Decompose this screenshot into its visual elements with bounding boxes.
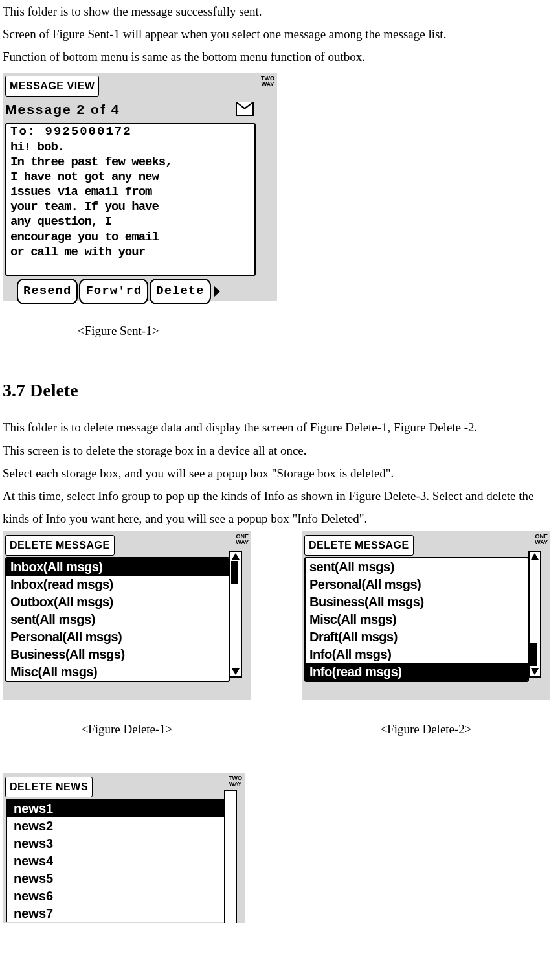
figure-delete-2: ONE WAY DELETE MESSAGE sent(All msgs)Per… bbox=[302, 531, 550, 700]
to-line: To: 9925000172 bbox=[10, 124, 251, 139]
message-counter: Message 2 of 4 bbox=[5, 97, 120, 122]
list-item[interactable]: Outbox(All msgs) bbox=[6, 593, 229, 611]
mode-indicator: ONE WAY bbox=[236, 534, 249, 545]
intro-p3: Function of bottom menu is same as the b… bbox=[3, 45, 557, 68]
delete-p2: This screen is to delete the storage box… bbox=[3, 439, 557, 462]
scroll-thumb[interactable] bbox=[225, 791, 236, 814]
list-item[interactable]: Draft(All msgs) bbox=[306, 628, 528, 646]
scrollbar[interactable] bbox=[528, 551, 541, 678]
caption-sent-1: <Figure Sent-1> bbox=[3, 319, 557, 342]
list-item[interactable]: news4 bbox=[7, 852, 224, 870]
mode-indicator: ONE WAY bbox=[535, 534, 548, 545]
screen-title: DELETE NEWS bbox=[5, 777, 93, 797]
caption-delete-2: <Figure Delete-2> bbox=[302, 718, 550, 740]
resend-button[interactable]: Resend bbox=[17, 279, 78, 304]
scrollbar[interactable] bbox=[229, 551, 242, 678]
list-item[interactable]: Business(All msgs) bbox=[6, 646, 229, 663]
delete-p1: This folder is to delete message data an… bbox=[3, 416, 557, 439]
list-item[interactable]: news7 bbox=[7, 905, 224, 922]
list-item[interactable]: Personal(All msgs) bbox=[306, 576, 528, 593]
list-item[interactable]: Inbox(All msgs) bbox=[6, 558, 229, 576]
mode-indicator: TWO WAY bbox=[229, 775, 242, 787]
delete-button[interactable]: Delete bbox=[150, 279, 210, 304]
envelope-icon bbox=[236, 102, 254, 116]
figure-sent-1: TWO WAY MESSAGE VIEW Message 2 of 4 To: … bbox=[3, 73, 277, 301]
list-item[interactable]: Business(All msgs) bbox=[306, 593, 528, 611]
scroll-down-icon[interactable] bbox=[531, 668, 539, 675]
forward-button[interactable]: Forw'rd bbox=[79, 279, 148, 304]
figure-delete-1: ONE WAY DELETE MESSAGE Inbox(All msgs)In… bbox=[3, 531, 251, 700]
scroll-thumb[interactable] bbox=[231, 561, 238, 584]
list-item[interactable]: Info(read msgs) bbox=[306, 663, 528, 681]
figure-delete-3: TWO WAY DELETE NEWS news1news2news3news4… bbox=[3, 773, 245, 923]
scrollbar[interactable] bbox=[224, 790, 237, 923]
list-item[interactable]: Personal(All msgs) bbox=[6, 628, 229, 646]
screen-title: DELETE MESSAGE bbox=[304, 535, 414, 556]
delete-p4: At this time, select Info group to pop u… bbox=[3, 485, 557, 530]
list-item[interactable]: news1 bbox=[7, 800, 224, 817]
list-item[interactable]: news2 bbox=[7, 817, 224, 835]
scroll-up-icon[interactable] bbox=[232, 553, 240, 560]
delete-p3: Select each storage box, and you will se… bbox=[3, 462, 557, 485]
list-item[interactable]: news5 bbox=[7, 870, 224, 887]
section-heading-3-7: 3.7 Delete bbox=[3, 374, 557, 407]
list-item[interactable]: Inbox(read msgs) bbox=[6, 576, 229, 593]
scroll-thumb[interactable] bbox=[530, 643, 537, 666]
list-item[interactable]: sent(All msgs) bbox=[6, 611, 229, 628]
list-item[interactable]: Misc(All msgs) bbox=[6, 663, 229, 681]
screen-title: DELETE MESSAGE bbox=[5, 535, 115, 556]
right-arrow-icon[interactable] bbox=[214, 286, 220, 297]
list-item[interactable]: news3 bbox=[7, 835, 224, 852]
message-body: To: 9925000172 hi! bob. In three past fe… bbox=[5, 123, 256, 276]
scroll-up-icon[interactable] bbox=[531, 553, 539, 560]
list-item[interactable]: sent(All msgs) bbox=[306, 558, 528, 576]
screen-title: MESSAGE VIEW bbox=[5, 76, 99, 97]
list-item[interactable]: Info(All msgs) bbox=[306, 646, 528, 663]
scroll-down-icon[interactable] bbox=[232, 668, 240, 675]
intro-p1: This folder is to show the message succe… bbox=[3, 0, 557, 23]
intro-p2: Screen of Figure Sent-1 will appear when… bbox=[3, 23, 557, 45]
caption-delete-1: <Figure Delete-1> bbox=[3, 718, 251, 740]
list-item[interactable]: news6 bbox=[7, 887, 224, 905]
mode-indicator: TWO WAY bbox=[261, 76, 274, 87]
list-item[interactable]: Misc(All msgs) bbox=[306, 611, 528, 628]
body-text: hi! bob. In three past few weeks, I have… bbox=[10, 140, 251, 260]
